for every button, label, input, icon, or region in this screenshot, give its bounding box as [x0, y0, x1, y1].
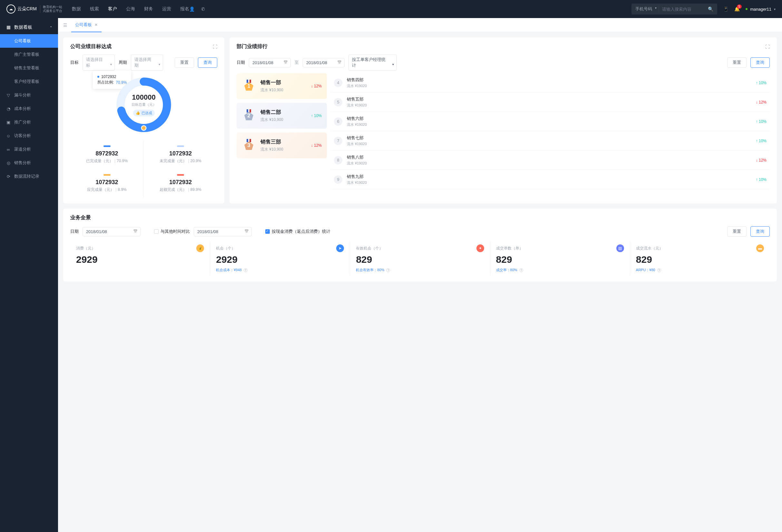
- cash-checkbox[interactable]: [265, 229, 270, 234]
- tab-company-board[interactable]: 公司看板 ✕: [71, 18, 102, 32]
- reset-button[interactable]: 重置: [727, 58, 747, 68]
- sidebar-item-推广主管看板[interactable]: 推广主管看板: [0, 48, 58, 61]
- rank-name: 销售八部: [347, 154, 756, 160]
- stat-bar-icon: [104, 174, 111, 176]
- sidebar-item-销售主管看板[interactable]: 销售主管看板: [0, 61, 58, 75]
- topnav-公海[interactable]: 公海: [126, 6, 135, 12]
- menu-icon: ⟳: [6, 174, 11, 179]
- help-icon[interactable]: ?: [657, 268, 661, 272]
- rank-pct: ↓ 12%: [756, 158, 767, 163]
- stat-cell: 8972932已完成量（元）|70.9%: [70, 140, 144, 169]
- reset-button[interactable]: 重置: [727, 226, 747, 237]
- kpi-title: 消费（元）: [76, 246, 96, 251]
- stat-value: 1072932: [169, 150, 192, 157]
- sidebar-item-漏斗分析[interactable]: ▽漏斗分析: [0, 88, 58, 102]
- topnav-数据[interactable]: 数据: [72, 6, 81, 12]
- topnav-运营[interactable]: 运营: [162, 6, 171, 12]
- date-to-input[interactable]: 2018/01/08: [303, 58, 345, 67]
- kpi-title: 有效机会（个）: [356, 246, 383, 251]
- rank-title: 部门业绩排行: [237, 43, 268, 50]
- query-button[interactable]: 查询: [198, 58, 217, 68]
- help-icon[interactable]: ?: [244, 268, 248, 272]
- user-icon[interactable]: 👤: [189, 6, 195, 11]
- mobile-icon[interactable]: 📱: [723, 6, 728, 11]
- biz-date2-input[interactable]: 2018/01/08: [194, 227, 252, 236]
- kpi-value: 829: [496, 254, 624, 265]
- kpi-icon: 💰: [196, 244, 204, 252]
- notif-badge: 5: [737, 4, 742, 9]
- rank-number: 5: [334, 98, 342, 106]
- target-select[interactable]: 请选择目标: [82, 55, 115, 71]
- rank-name: 销售七部: [347, 135, 756, 141]
- query-button[interactable]: 查询: [750, 58, 770, 68]
- close-icon[interactable]: ✕: [95, 23, 98, 27]
- help-icon[interactable]: ?: [519, 268, 523, 272]
- rank-sub: 流水 ¥19020: [347, 83, 756, 88]
- menu-icon: ∞: [6, 147, 11, 152]
- stat-bar-icon: [177, 174, 184, 176]
- sidebar-item-销售分析[interactable]: ◎销售分析: [0, 156, 58, 170]
- target-label: 目标: [70, 60, 79, 66]
- search-type-select[interactable]: 手机号码: [632, 6, 659, 12]
- topnav-财务[interactable]: 财务: [144, 6, 153, 12]
- kpi-value: 2929: [216, 254, 344, 265]
- rank-number: 6: [334, 117, 342, 126]
- logo[interactable]: ☁ 云朵CRM 教育机构一站式服务云平台: [6, 4, 62, 13]
- rank-name: 销售六部: [347, 116, 756, 121]
- chevron-down-icon: ▾: [774, 7, 776, 11]
- phone-icon[interactable]: ✆: [201, 6, 205, 11]
- hamburger-icon[interactable]: ☰: [63, 23, 67, 28]
- goal-card: 公司业绩目标达成 ⛶ 目标 请选择目标 周期 请选择周期 重置 查询: [63, 37, 224, 204]
- period-select[interactable]: 请选择周期: [131, 55, 163, 71]
- expand-icon[interactable]: ⛶: [765, 44, 770, 49]
- query-button[interactable]: 查询: [750, 226, 770, 237]
- kpi-sub: 机会有效率：80% ?: [356, 268, 484, 273]
- chevron-up-icon: ⌃: [50, 26, 52, 29]
- user-menu[interactable]: manager11 ▾: [746, 7, 776, 11]
- sidebar-item-推广分析[interactable]: ▣推广分析: [0, 115, 58, 129]
- search-input[interactable]: [659, 7, 704, 11]
- topnav-客户[interactable]: 客户: [108, 6, 117, 12]
- stat-cell: 1072932未完成量（元）|20.9%: [144, 140, 217, 169]
- bell-icon[interactable]: 🔔5: [734, 6, 740, 11]
- kpi-icon: ✦: [476, 244, 484, 252]
- expand-icon[interactable]: ⛶: [213, 44, 217, 49]
- sidebar-item-渠道分析[interactable]: ∞渠道分析: [0, 143, 58, 156]
- kpi-icon: ▬: [756, 244, 764, 252]
- compare-checkbox[interactable]: [154, 229, 158, 234]
- rank-sub: 流水 ¥19020: [347, 142, 756, 146]
- reset-button[interactable]: 重置: [175, 58, 194, 68]
- sidebar-item-成本分析[interactable]: ◔成本分析: [0, 102, 58, 115]
- svg-rect-7: [249, 109, 251, 112]
- pod-name: 销售二部: [260, 109, 283, 116]
- stat-by-select[interactable]: 按工单客户经理统计: [349, 55, 397, 71]
- username: manager11: [750, 7, 771, 11]
- sidebar-item-数据流转记录[interactable]: ⟳数据流转记录: [0, 170, 58, 183]
- rank-number: 9: [334, 175, 342, 184]
- medal-icon: 2: [242, 109, 256, 123]
- brand-name: 云朵CRM: [17, 6, 37, 12]
- kpi-icon: ➤: [336, 244, 344, 252]
- top-nav: 数据线索客户公海财务运营报名: [72, 6, 189, 12]
- biz-card: 业务全景 日期 2018/01/08 与其他时间对比 2018/01/08 按现…: [63, 209, 777, 281]
- rank-name: 销售四部: [347, 77, 756, 83]
- topnav-报名[interactable]: 报名: [180, 6, 189, 12]
- pod-sub: 流水 ¥10,900: [260, 147, 283, 152]
- sidebar: ▦数据看板 ⌃ 公司看板推广主管看板销售主管看板客户经理看板 ▽漏斗分析◔成本分…: [0, 18, 58, 532]
- stat-value: 8972932: [96, 150, 118, 157]
- sidebar-section-dashboard[interactable]: ▦数据看板 ⌃: [0, 21, 58, 34]
- sidebar-item-客户经理看板[interactable]: 客户经理看板: [0, 75, 58, 88]
- biz-date1-input[interactable]: 2018/01/08: [82, 227, 141, 236]
- period-label: 周期: [119, 60, 127, 66]
- sidebar-item-访客分析[interactable]: ☺访客分析: [0, 129, 58, 143]
- help-icon[interactable]: ?: [386, 268, 390, 272]
- menu-icon: ▣: [6, 120, 11, 125]
- date-from-input[interactable]: 2018/01/08: [249, 58, 291, 67]
- topnav-线索[interactable]: 线索: [90, 6, 99, 12]
- stat-value: 1072932: [96, 179, 118, 186]
- search-icon[interactable]: 🔍: [704, 6, 717, 11]
- rank-row: 4销售四部流水 ¥19020↑ 10%: [331, 73, 770, 93]
- search-bar: 手机号码 🔍: [632, 4, 717, 14]
- stat-bar-icon: [177, 145, 184, 147]
- sidebar-item-公司看板[interactable]: 公司看板: [0, 34, 58, 48]
